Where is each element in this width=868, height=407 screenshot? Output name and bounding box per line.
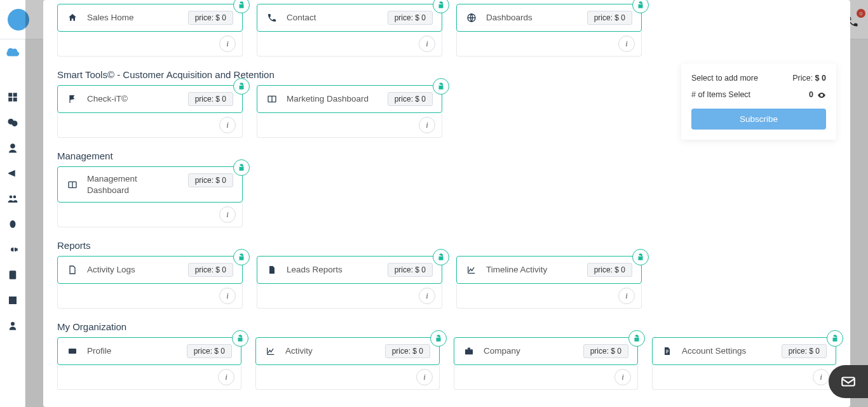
card-selectable[interactable]: Contactprice: $ 0	[257, 4, 442, 32]
card-title: Dashboards	[486, 12, 578, 23]
subscription-modal: Sales Homeprice: $ 0iContactprice: $ 0iD…	[43, 0, 850, 39]
unlock-icon	[433, 0, 449, 13]
unlock-icon	[632, 0, 649, 13]
card-selectable[interactable]: Sales Homeprice: $ 0	[57, 4, 243, 32]
price-badge: price: $ 0	[388, 11, 433, 25]
card-row: Sales Homeprice: $ 0iContactprice: $ 0iD…	[57, 4, 836, 39]
home-icon	[67, 12, 78, 23]
card-title: Contact	[287, 12, 379, 23]
phone-icon	[266, 12, 278, 23]
info-button[interactable]: i	[219, 36, 236, 39]
card-footer: i	[257, 32, 442, 39]
unlock-icon	[233, 0, 250, 13]
card-selectable[interactable]: Dashboardsprice: $ 0	[456, 4, 642, 32]
globe-icon	[466, 12, 477, 23]
modal-overlay: Sales Homeprice: $ 0iContactprice: $ 0iD…	[25, 0, 868, 39]
card-footer: i	[57, 32, 243, 39]
info-button[interactable]: i	[618, 36, 635, 39]
price-badge: price: $ 0	[587, 11, 632, 25]
feature-card: Dashboardsprice: $ 0i	[456, 4, 642, 39]
card-title: Sales Home	[87, 12, 179, 23]
price-badge: price: $ 0	[188, 11, 233, 25]
info-button[interactable]: i	[419, 36, 435, 39]
feature-card: Sales Homeprice: $ 0i	[57, 4, 243, 39]
card-footer: i	[456, 32, 642, 39]
feature-card: Contactprice: $ 0i	[257, 4, 442, 39]
